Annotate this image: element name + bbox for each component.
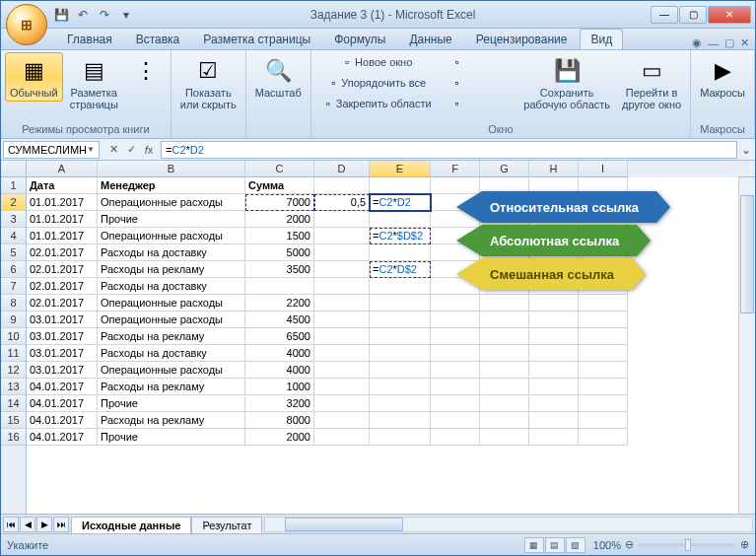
- hscroll-thumb[interactable]: [285, 518, 403, 531]
- formula-input[interactable]: =C2*D2: [161, 141, 737, 159]
- sheet-tab-source[interactable]: Исходные данные: [71, 517, 191, 533]
- cell[interactable]: [370, 395, 431, 412]
- cell[interactable]: [370, 362, 431, 379]
- horizontal-scrollbar[interactable]: [264, 517, 753, 532]
- cell[interactable]: [480, 345, 529, 362]
- cell[interactable]: [529, 412, 579, 429]
- macros-button[interactable]: ▶ Макросы: [695, 52, 750, 102]
- col-header-b[interactable]: B: [98, 161, 245, 177]
- cell[interactable]: [579, 312, 628, 328]
- col-header-e[interactable]: E: [370, 161, 431, 177]
- row-header[interactable]: 6: [1, 261, 26, 278]
- cell[interactable]: Прочие: [98, 211, 245, 228]
- office-button[interactable]: ⊞: [6, 4, 47, 45]
- view-normal-icon[interactable]: ▦: [524, 537, 544, 553]
- hide-button[interactable]: ▫: [445, 73, 470, 93]
- doc-restore-icon[interactable]: ▢: [724, 36, 734, 49]
- cell[interactable]: [529, 312, 579, 328]
- cell[interactable]: 02.01.2017: [27, 261, 98, 278]
- cell[interactable]: [314, 345, 370, 362]
- row-header[interactable]: 15: [1, 412, 26, 429]
- cell[interactable]: [431, 328, 480, 345]
- cell[interactable]: 4000: [245, 362, 314, 379]
- cell[interactable]: Операционные расходы: [98, 228, 245, 244]
- cell[interactable]: [529, 328, 579, 345]
- cell[interactable]: [431, 312, 480, 328]
- cell[interactable]: [480, 362, 529, 379]
- cell[interactable]: 4500: [245, 312, 314, 328]
- cell[interactable]: 02.01.2017: [27, 278, 98, 295]
- savews-button[interactable]: 💾 Сохранить рабочую область: [518, 52, 615, 113]
- cell[interactable]: [370, 278, 431, 295]
- sheet-nav-last-icon[interactable]: ⏭: [53, 517, 69, 532]
- cell[interactable]: =C2*D$2: [370, 261, 431, 278]
- view-more-button[interactable]: ⋮: [125, 52, 167, 90]
- doc-close-icon[interactable]: ✕: [740, 36, 749, 49]
- sheet-nav-prev-icon[interactable]: ◀: [20, 517, 35, 532]
- cell[interactable]: 01.01.2017: [27, 211, 98, 228]
- showhide-button[interactable]: ☑ Показать или скрыть: [175, 52, 241, 113]
- tab-view[interactable]: Вид: [580, 29, 623, 49]
- zoom-button[interactable]: 🔍 Масштаб: [250, 52, 307, 102]
- cell[interactable]: Дата: [27, 177, 98, 194]
- cell[interactable]: 3200: [245, 395, 314, 412]
- cell[interactable]: 03.01.2017: [27, 362, 98, 379]
- switchwindow-button[interactable]: ▭ Перейти в другое окно: [617, 52, 686, 113]
- cell[interactable]: [579, 379, 628, 395]
- cell[interactable]: 02.01.2017: [27, 295, 98, 312]
- vertical-scrollbar[interactable]: [738, 177, 755, 514]
- doc-minimize-icon[interactable]: —: [708, 37, 719, 49]
- cell[interactable]: [529, 395, 579, 412]
- row-header[interactable]: 4: [1, 228, 26, 244]
- cell[interactable]: Прочие: [98, 395, 245, 412]
- select-all-corner[interactable]: [1, 161, 27, 177]
- cell[interactable]: [314, 278, 370, 295]
- col-header-c[interactable]: C: [245, 161, 314, 177]
- row-header[interactable]: 8: [1, 295, 26, 312]
- cell[interactable]: [529, 362, 579, 379]
- row-header[interactable]: 10: [1, 328, 26, 345]
- cell[interactable]: [480, 328, 529, 345]
- cell[interactable]: [431, 362, 480, 379]
- row-header[interactable]: 9: [1, 312, 26, 328]
- cell[interactable]: [314, 228, 370, 244]
- cell[interactable]: [370, 295, 431, 312]
- cell[interactable]: 03.01.2017: [27, 312, 98, 328]
- tab-review[interactable]: Рецензирование: [465, 29, 579, 49]
- cell[interactable]: [370, 345, 431, 362]
- close-button[interactable]: ✕: [708, 6, 751, 24]
- redo-icon[interactable]: ↷: [96, 6, 113, 24]
- cell[interactable]: [314, 177, 370, 194]
- cell[interactable]: 04.01.2017: [27, 395, 98, 412]
- expand-formula-bar-icon[interactable]: ⌄: [737, 143, 755, 157]
- cell[interactable]: [370, 177, 431, 194]
- cell[interactable]: [314, 429, 370, 446]
- cell[interactable]: [480, 312, 529, 328]
- cell[interactable]: [579, 412, 628, 429]
- cell[interactable]: [314, 312, 370, 328]
- name-box[interactable]: СУММЕСЛИМН ▼: [3, 141, 100, 159]
- zoom-slider[interactable]: [638, 543, 736, 547]
- undo-icon[interactable]: ↶: [74, 6, 92, 24]
- cell[interactable]: [370, 328, 431, 345]
- cell[interactable]: 6500: [245, 328, 314, 345]
- cell[interactable]: 01.01.2017: [27, 194, 98, 211]
- arrange-button[interactable]: ▫Упорядочить все: [315, 73, 437, 93]
- row-header[interactable]: 14: [1, 395, 26, 412]
- cell[interactable]: 04.01.2017: [27, 429, 98, 446]
- row-header[interactable]: 7: [1, 278, 26, 295]
- cell[interactable]: Расходы на рекламу: [98, 412, 245, 429]
- col-header-d[interactable]: D: [314, 161, 370, 177]
- col-header-i[interactable]: I: [579, 161, 628, 177]
- cell[interactable]: Менеджер: [98, 177, 245, 194]
- save-icon[interactable]: 💾: [52, 6, 70, 24]
- fx-icon[interactable]: fx: [141, 142, 157, 158]
- cell[interactable]: [480, 429, 529, 446]
- maximize-button[interactable]: ▢: [679, 6, 707, 24]
- view-break-icon[interactable]: ▧: [566, 537, 585, 553]
- cell[interactable]: [480, 395, 529, 412]
- cell[interactable]: 01.01.2017: [27, 228, 98, 244]
- view-normal-button[interactable]: ▦ Обычный: [5, 52, 63, 102]
- cell[interactable]: [245, 278, 314, 295]
- cell[interactable]: [529, 295, 579, 312]
